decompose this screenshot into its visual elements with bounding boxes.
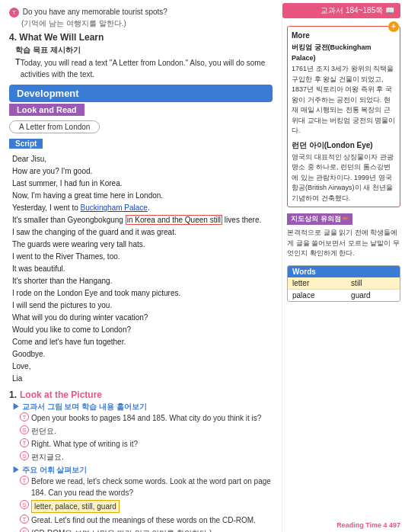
bullet-icon: T — [9, 8, 19, 18]
letter-line-5: It's smaller than Gyeongbokgung in Korea… — [12, 214, 273, 226]
bullet-item: S 편지글요. — [20, 451, 273, 463]
guidance-title: 지도상의 유의점 ✏ — [287, 213, 352, 225]
words-table: letter still palace guard — [288, 277, 400, 301]
bullet-text-2: 런던요. — [31, 425, 56, 437]
bullet-item: T Right. What type of writing is it? — [20, 438, 273, 450]
section4-num: 4. What We Will Learn — [9, 32, 273, 43]
letter-tag: A Letter from London — [9, 120, 100, 133]
page-footer: Reading Time 4 497 — [336, 521, 400, 529]
pencil-icon: ✏ — [343, 215, 349, 223]
vocab-highlight: letter, palace, still, guard — [31, 500, 120, 513]
section1-group1-label: 교과서 그림 보며 학습 내용 훑어보기 — [22, 402, 147, 411]
section1-group1-bullets: T Open your books to pages 184 and 185. … — [20, 412, 273, 463]
words-row-2: palace guard — [288, 289, 400, 301]
section4-sub: 학습 목표 제시하기 — [15, 45, 273, 56]
circle-num-s4: S — [20, 527, 29, 532]
intro-q1-kr: (기억에 남는 여행지를 말한다.) — [21, 19, 126, 27]
section1-group2-title: ▶ 주요 어휘 살펴보기 — [12, 465, 273, 476]
bullet-item: T Great. Let's find out the meanings of … — [20, 514, 273, 526]
letter-line-2: Last summer, I had fun in Korea. — [12, 178, 273, 190]
bullet-item: S (CD-ROM을 보며 낱말을 따라 읽고 의미를 확인한다.) — [20, 527, 273, 532]
section1-group1-title: ▶ 교과서 그림 보며 학습 내용 훑어보기 — [12, 402, 273, 412]
letter-closing: Love, — [12, 361, 273, 373]
circle-num-t3: T — [20, 476, 29, 485]
circle-num-t: T — [20, 412, 29, 421]
section1-group2-bullets: T Before we read, let's check some words… — [20, 476, 273, 532]
section1: 1. Look at the Picture ▶ 교과서 그림 보며 학습 내용… — [9, 389, 273, 532]
more-box: More 버킹엄 궁전(Buckingham Palace) 1761년 조지 … — [287, 26, 400, 207]
letter-line-8: I went to the River Thames, too. — [12, 251, 273, 263]
letter-line-11: I rode on the London Eye and took many p… — [12, 287, 273, 300]
word-cell-2: still — [346, 277, 400, 290]
intro-section: T Do you have any memorable tourist spot… — [9, 6, 273, 29]
letter-line-7: The guards were wearing very tall hats. — [12, 239, 273, 251]
letter-line-4: Yesterday, I went to Buckingham Palace. — [12, 202, 273, 214]
development-box: Development — [9, 85, 273, 102]
buckingham-title: 버킹엄 궁전(Buckingham Palace) — [292, 43, 396, 63]
letter-signature: Lia — [12, 373, 273, 385]
section1-group2: ▶ 주요 어휘 살펴보기 T Before we read, let's che… — [12, 465, 273, 532]
section1-group2-label: 주요 어휘 살펴보기 — [22, 466, 88, 474]
bullet-item: S 런던요. — [20, 425, 273, 437]
circle-num-s3: S — [20, 500, 29, 509]
script-header: Script — [9, 139, 43, 149]
word-cell-4: guard — [346, 289, 400, 301]
bullet-vocab-4: (CD-ROM을 보며 낱말을 따라 읽고 의미를 확인한다.) — [31, 527, 212, 532]
london-eye-title: 런던 아이(London Eye) — [292, 139, 396, 151]
guidance-section: 지도상의 유의점 ✏ 본격적으로 글을 읽기 전에 학생들에게 글을 쓸어보면서… — [287, 213, 400, 261]
buckingham-link[interactable]: Buckingham Palace — [81, 204, 148, 212]
look-read-label: Look and Read — [9, 104, 85, 116]
more-plus-icon: + — [388, 21, 399, 32]
letter-line-13: What will you do during winter vacation? — [12, 312, 273, 324]
buckingham-text: 1761년 조지 3세가 왕위의 직택을 구입한 후 왕실 건물이 되었고, 1… — [292, 64, 396, 136]
main-content: T Do you have any memorable tourist spot… — [0, 0, 282, 532]
words-box: Words letter still palace guard — [287, 265, 400, 302]
section4-bullet: T — [15, 57, 21, 66]
circle-num-t2: T — [20, 438, 29, 447]
letter-line-16: Goodbye. — [12, 348, 273, 361]
london-eye-text: 영국의 대표적인 상징물이자 관광 명소 중 하나로, 런던의 톰스강변에 있는… — [292, 152, 396, 204]
letter-body: Dear Jisu, How are you? I'm good. Last s… — [9, 153, 273, 385]
bullet-vocab-1: Before we read, let's check some words. … — [31, 476, 273, 498]
sidebar: 교과서 184~185쪽 📖 + More 버킹엄 궁전(Buckingham … — [282, 0, 405, 532]
letter-line-15: Come and let's have fun together. — [12, 336, 273, 348]
development-title: Development — [17, 88, 79, 99]
section1-group1: ▶ 교과서 그림 보며 학습 내용 훑어보기 T Open your books… — [12, 402, 273, 463]
letter-line-3: Now, I'm having a great time here in Lon… — [12, 190, 273, 202]
section4: 4. What We Will Learn 학습 목표 제시하기 T Today… — [9, 32, 273, 80]
more-title: More — [292, 30, 396, 41]
guidance-text: 본격적으로 글을 읽기 전에 학생들에게 글을 쓸어보면서 모르는 낱말이 무엇… — [287, 226, 400, 261]
word-cell-3: palace — [288, 289, 346, 301]
bullet-item: T Open your books to pages 184 and 185. … — [20, 412, 273, 424]
letter-line-6: I saw the changing of the guard and it w… — [12, 226, 273, 239]
sidebar-content: + More 버킹엄 궁전(Buckingham Palace) 1761년 조… — [287, 5, 400, 302]
bullet-vocab-3: Great. Let's find out the meanings of th… — [31, 514, 256, 526]
footer-text: Reading Time 4 497 — [336, 521, 400, 529]
triangle2: ▶ — [12, 466, 22, 474]
letter-line-14: Would you like to come to London? — [12, 324, 273, 336]
guidance-label: 지도상의 유의점 — [291, 215, 341, 223]
bullet-item: T Before we read, let's check some words… — [20, 476, 273, 498]
bullet-text-1: Open your books to pages 184 and 185. Wh… — [31, 412, 261, 424]
letter-line-12: I will send the pictures to you. — [12, 300, 273, 312]
circle-num-s1: S — [20, 425, 29, 434]
triangle1: ▶ — [12, 402, 22, 411]
section4-item1: Today, you will read a text "A Letter fr… — [21, 57, 273, 80]
section1-title: Look at the Picture — [20, 389, 102, 400]
letter-line-10: It's shorter than the Hangang. — [12, 275, 273, 287]
word-cell-1: letter — [288, 277, 346, 290]
intro-q1: Do you have any memorable tourist spots? — [23, 8, 167, 16]
circle-num-t4: T — [20, 514, 29, 524]
words-header: Words — [288, 266, 400, 277]
bullet-text-4: 편지글요. — [31, 451, 64, 463]
letter-line-9: It was beautiful. — [12, 263, 273, 275]
section1-num: 1. — [9, 389, 17, 400]
bullet-item: S letter, palace, still, guard — [20, 500, 273, 513]
bullet-text-3: Right. What type of writing is it? — [31, 438, 138, 450]
letter-salutation: Dear Jisu, — [12, 153, 273, 165]
letter-line-1: How are you? I'm good. — [12, 165, 273, 178]
words-row-1: letter still — [288, 277, 400, 290]
circle-num-s2: S — [20, 451, 29, 460]
highlight-phrase: in Korea and the Queen still — [126, 215, 222, 225]
